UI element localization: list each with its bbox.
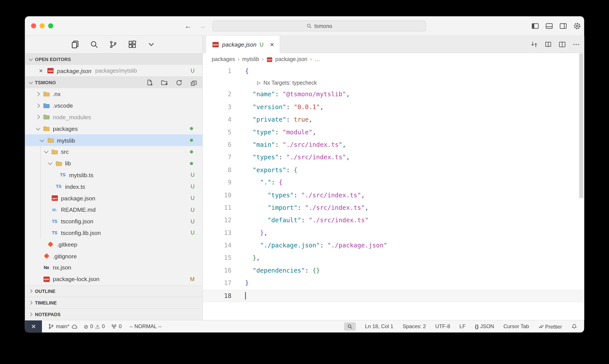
- line-number[interactable]: 16: [203, 264, 232, 277]
- scrollbar-thumb[interactable]: [579, 53, 583, 198]
- tree-item-packages[interactable]: packages: [25, 123, 202, 134]
- line-number[interactable]: 3: [203, 101, 232, 114]
- tree-item-index-ts[interactable]: TSindex.tsU: [25, 181, 202, 192]
- open-preview-icon[interactable]: [544, 40, 552, 48]
- language-mode[interactable]: {} JSON: [475, 324, 494, 329]
- code-line-17[interactable]: 17}: [203, 277, 584, 290]
- formatter-status[interactable]: ✓✓Prettier: [538, 323, 562, 329]
- toggle-panel-icon[interactable]: [545, 22, 553, 30]
- compare-changes-icon[interactable]: [530, 40, 538, 48]
- indentation[interactable]: Spaces: 2: [403, 324, 426, 329]
- chevron-right-icon[interactable]: [35, 102, 41, 108]
- new-file-icon[interactable]: [146, 79, 154, 87]
- code-line-12[interactable]: 12 "default": "./src/index.ts": [203, 214, 584, 227]
- ports-status[interactable]: 0: [111, 324, 122, 329]
- run-icon[interactable]: ▷: [257, 80, 260, 86]
- tree-item-readme-md[interactable]: M↓README.mdU: [25, 204, 202, 215]
- chevron-right-icon[interactable]: [35, 91, 41, 97]
- breadcrumb-item[interactable]: packages: [212, 56, 235, 62]
- code-line-13[interactable]: 13 },: [203, 227, 584, 239]
- tree-item-package-lock-json[interactable]: npmpackage-lock.jsonM: [25, 273, 202, 285]
- breadcrumb-item[interactable]: package.json: [275, 56, 308, 62]
- toggle-primary-sidebar-icon[interactable]: [531, 22, 539, 30]
- line-number[interactable]: 14: [203, 239, 232, 252]
- new-folder-icon[interactable]: [160, 79, 168, 87]
- chevron-down-icon[interactable]: [39, 137, 45, 143]
- tree-item-lib[interactable]: lib: [25, 157, 202, 169]
- back-icon[interactable]: ←: [184, 22, 192, 30]
- line-number[interactable]: 4: [203, 114, 232, 126]
- chevron-down-icon[interactable]: [35, 126, 41, 132]
- settings-gear-icon[interactable]: [573, 22, 581, 30]
- zoom-button[interactable]: [344, 323, 356, 331]
- line-number[interactable]: 7: [203, 151, 232, 164]
- panel-notepads[interactable]: NOTEPADS: [25, 308, 202, 320]
- chevron-down-icon[interactable]: [147, 40, 155, 49]
- code-line-8[interactable]: 8 "exports": {: [203, 164, 584, 177]
- tree-item-tsconfig-lib-json[interactable]: TStsconfig.lib.jsonU: [25, 227, 202, 239]
- bell-icon[interactable]: [571, 324, 577, 329]
- line-number[interactable]: 13: [203, 227, 232, 239]
- explorer-header[interactable]: TSMONO: [25, 77, 202, 88]
- source-control-icon[interactable]: [109, 40, 117, 49]
- tree-item--gitkeep[interactable]: .gitkeep: [25, 239, 202, 250]
- code-line-5[interactable]: 5 "type": "module",: [203, 126, 584, 139]
- line-number[interactable]: 11: [203, 201, 232, 214]
- code-line-1[interactable]: 1{: [203, 65, 584, 78]
- line-number[interactable]: 10: [203, 189, 232, 202]
- eol[interactable]: LF: [459, 324, 466, 329]
- breadcrumb-item[interactable]: …: [315, 56, 320, 62]
- tree-item--nx[interactable]: .nx: [25, 88, 202, 100]
- split-editor-icon[interactable]: [558, 40, 566, 48]
- code-line-6[interactable]: 6 "main": "./src/index.ts",: [203, 139, 584, 151]
- tree-item-mytslib-ts[interactable]: TSmytslib.tsU: [25, 169, 202, 181]
- forward-icon[interactable]: →: [198, 22, 206, 30]
- line-number[interactable]: 2: [203, 88, 232, 101]
- tree-item-mytslib[interactable]: mytslib: [25, 134, 202, 146]
- line-number[interactable]: 1: [203, 65, 232, 78]
- code-line-14[interactable]: 14 "./package.json": "./package.json": [203, 239, 584, 252]
- chevron-right-icon[interactable]: [35, 114, 41, 120]
- explorer-icon[interactable]: [71, 40, 79, 49]
- code-line-4[interactable]: 4 "private": true,: [203, 114, 584, 126]
- line-number[interactable]: 9: [203, 176, 232, 189]
- chevron-down-icon[interactable]: [47, 160, 53, 167]
- open-editor-item[interactable]: ✕ npm package.json packages/mytslib U: [25, 65, 202, 77]
- code-line-10[interactable]: 10 "types": "./src/index.ts",: [203, 189, 584, 202]
- vim-mode[interactable]: -- NORMAL --: [130, 324, 162, 329]
- encoding[interactable]: UTF-8: [435, 324, 450, 329]
- tree-item--gitignore[interactable]: .gitignore: [25, 250, 202, 262]
- tree-item--vscode[interactable]: .vscode: [25, 100, 202, 111]
- line-number[interactable]: 6: [203, 139, 232, 151]
- tree-item-src[interactable]: src: [25, 146, 202, 158]
- line-number[interactable]: 18: [203, 290, 232, 302]
- remote-indicator[interactable]: [25, 320, 42, 333]
- tree-item-tsconfig-json[interactable]: TStsconfig.jsonU: [25, 215, 202, 227]
- code-line-11[interactable]: 11 "import": "./src/index.ts",: [203, 201, 584, 214]
- line-number[interactable]: 17: [203, 277, 232, 290]
- code-editor[interactable]: 1{▷Nx Targets: typecheck2 "name": "@tsmo…: [203, 65, 584, 320]
- toggle-secondary-sidebar-icon[interactable]: [559, 22, 567, 30]
- codelens-nx-targets[interactable]: ▷Nx Targets: typecheck: [203, 78, 584, 88]
- code-line-2[interactable]: 2 "name": "@tsmono/mytslib",: [203, 88, 584, 101]
- panel-timeline[interactable]: TIMELINE: [25, 297, 202, 308]
- branch-status[interactable]: main*: [48, 323, 78, 329]
- tree-item-package-json[interactable]: npmpackage.jsonU: [25, 192, 202, 204]
- code-line-7[interactable]: 7 "types": "./src/index.ts",: [203, 151, 584, 164]
- cursor-position[interactable]: Ln 18, Col 1: [365, 324, 393, 329]
- panel-outline[interactable]: OUTLINE: [25, 285, 202, 297]
- code-line-3[interactable]: 3 "version": "0.0.1",: [203, 101, 584, 114]
- search-icon[interactable]: [90, 40, 98, 49]
- minimize-window-button[interactable]: [39, 23, 45, 28]
- problems-status[interactable]: ⊘ 0 ⚠ 0: [84, 323, 105, 329]
- close-icon[interactable]: ✕: [270, 41, 274, 48]
- command-center-search[interactable]: tsmono: [212, 21, 426, 31]
- code-line-9[interactable]: 9 ".": {: [203, 176, 584, 189]
- line-number[interactable]: 12: [203, 214, 232, 227]
- close-window-button[interactable]: [31, 23, 36, 28]
- open-editors-header[interactable]: OPEN EDITORS: [25, 53, 202, 65]
- line-number[interactable]: 8: [203, 164, 232, 177]
- code-line-16[interactable]: 16 "dependencies": {}: [203, 264, 584, 277]
- tree-item-node-modules[interactable]: node_modules: [25, 111, 202, 123]
- line-number[interactable]: 5: [203, 126, 232, 139]
